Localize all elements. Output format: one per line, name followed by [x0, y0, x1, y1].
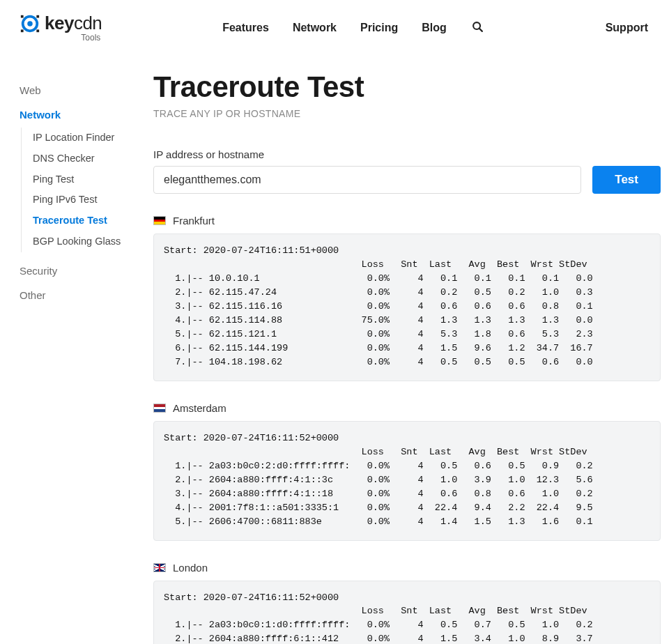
- search-icon[interactable]: [470, 20, 485, 36]
- location-london: London: [173, 562, 208, 574]
- svg-rect-5: [36, 29, 39, 32]
- svg-rect-4: [21, 29, 24, 32]
- nav-features[interactable]: Features: [222, 22, 269, 34]
- result-london: Start: 2020-07-24T16:11:52+0000 Loss Snt…: [153, 581, 661, 645]
- sidebar-section-security[interactable]: Security: [20, 265, 153, 277]
- flag-de-icon: [153, 216, 166, 225]
- flag-gb-icon: [153, 563, 166, 572]
- nav-blog[interactable]: Blog: [422, 22, 447, 34]
- logo-icon: [20, 13, 40, 34]
- nav-support[interactable]: Support: [606, 22, 648, 34]
- sidebar-item-bgp[interactable]: BGP Looking Glass: [33, 231, 153, 252]
- sidebar-section-web[interactable]: Web: [20, 84, 153, 96]
- sidebar-section-other[interactable]: Other: [20, 289, 153, 301]
- svg-point-1: [27, 21, 33, 26]
- test-button[interactable]: Test: [592, 166, 661, 194]
- nav-pricing[interactable]: Pricing: [360, 22, 398, 34]
- logo-text: keycdn: [45, 13, 102, 34]
- sidebar-item-ip-location[interactable]: IP Location Finder: [33, 128, 153, 148]
- page-subtitle: TRACE ANY IP OR HOSTNAME: [153, 108, 661, 119]
- svg-rect-2: [21, 15, 24, 17]
- nav-network[interactable]: Network: [293, 22, 337, 34]
- result-frankfurt: Start: 2020-07-24T16:11:51+0000 Loss Snt…: [153, 233, 661, 381]
- location-amsterdam: Amsterdam: [173, 402, 226, 414]
- brand-logo[interactable]: keycdn Tools: [20, 13, 102, 43]
- brand-subtitle: Tools: [81, 33, 100, 43]
- sidebar-item-traceroute[interactable]: Traceroute Test: [33, 210, 153, 231]
- form-label: IP address or hostname: [153, 148, 661, 160]
- result-amsterdam: Start: 2020-07-24T16:11:52+0000 Loss Snt…: [153, 421, 661, 541]
- location-frankfurt: Frankfurt: [173, 215, 215, 227]
- sidebar-section-network[interactable]: Network: [20, 109, 153, 121]
- sidebar-item-ping-test[interactable]: Ping Test: [33, 169, 153, 190]
- sidebar-item-dns-checker[interactable]: DNS Checker: [33, 148, 153, 169]
- svg-line-7: [479, 28, 482, 31]
- sidebar-item-ping-ipv6[interactable]: Ping IPv6 Test: [33, 190, 153, 210]
- hostname-input[interactable]: [153, 166, 581, 194]
- flag-nl-icon: [153, 404, 166, 413]
- svg-rect-3: [36, 15, 39, 17]
- page-title: Traceroute Test: [153, 70, 661, 104]
